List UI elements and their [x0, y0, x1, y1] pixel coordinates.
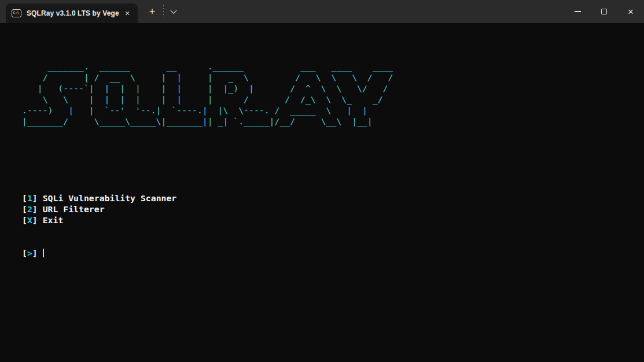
prompt-bracket-close: ]: [32, 248, 38, 258]
prompt-key: >: [27, 248, 32, 258]
titlebar[interactable]: C:\ SQLRay v3.1.0 LTS by Vegetab ✕ + ✕: [0, 0, 644, 23]
plus-icon: +: [149, 6, 156, 18]
window-controls: ✕: [564, 0, 644, 23]
minimize-button[interactable]: [564, 0, 591, 23]
tab-close-button[interactable]: ✕: [122, 8, 133, 19]
maximize-button[interactable]: [591, 0, 617, 23]
maximize-icon: [601, 9, 607, 14]
new-tab-button[interactable]: +: [141, 0, 163, 23]
terminal-window: C:\ SQLRay v3.1.0 LTS by Vegetab ✕ + ✕: [0, 0, 644, 362]
menu-item[interactable]: [1] SQLi Vulnerability Scanner: [22, 193, 644, 204]
menu-list: [1] SQLi Vulnerability Scanner[2] URL Fi…: [22, 193, 644, 226]
ascii-banner: _______. ______ __ .______ ___ ____ ____…: [22, 61, 644, 127]
terminal-viewport[interactable]: _______. ______ __ .______ ___ ____ ____…: [0, 23, 644, 362]
chevron-down-icon: [170, 7, 176, 13]
tab-title: SQLRay v3.1.0 LTS by Vegetab: [27, 9, 119, 17]
titlebar-drag-area[interactable]: [183, 0, 564, 23]
tab-sqlray[interactable]: C:\ SQLRay v3.1.0 LTS by Vegetab ✕: [6, 3, 138, 23]
menu-item[interactable]: [X] Exit: [22, 215, 644, 226]
prompt-line[interactable]: [>]: [22, 248, 644, 258]
tab-dropdown-button[interactable]: [164, 0, 183, 23]
text-cursor: [43, 249, 44, 257]
menu-item[interactable]: [2] URL Filterer: [22, 204, 644, 215]
cmd-prompt-icon: C:\: [12, 9, 21, 17]
minimize-icon: [575, 11, 581, 12]
close-icon: ✕: [628, 8, 634, 16]
close-window-button[interactable]: ✕: [617, 0, 644, 23]
prompt-bracket-open: [: [22, 248, 27, 258]
close-icon: ✕: [124, 10, 130, 17]
menu: [1] SQLi Vulnerability Scanner[2] URL Fi…: [22, 171, 644, 280]
